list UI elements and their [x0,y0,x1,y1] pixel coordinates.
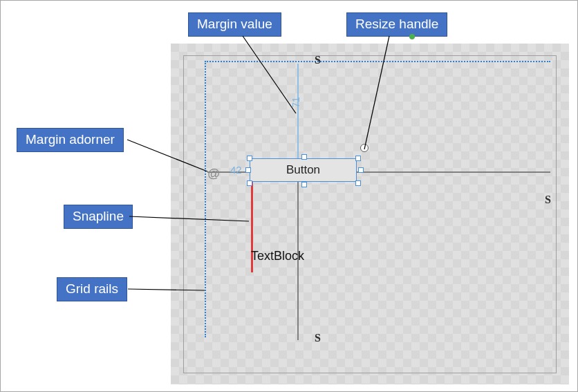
margin-value-left: 42 [230,164,242,176]
resize-handle-sw[interactable] [247,180,252,186]
designer-textblock[interactable]: TextBlock [251,249,304,263]
callout-grid-rails: Grid rails [57,277,127,301]
column-splitter-bottom[interactable]: S [315,332,321,344]
margin-value-top: 71 [290,97,301,108]
resize-handle-w[interactable] [245,167,251,173]
callout-margin-adorner: Margin adorner [17,128,124,152]
grid-rail-vertical[interactable] [205,61,206,337]
resize-handle-ne[interactable] [355,156,361,161]
row-splitter-right[interactable]: S [545,194,551,206]
resize-handle-e[interactable] [358,167,364,173]
resize-handle-n[interactable] [301,154,307,160]
callout-margin-value: Margin value [188,12,281,37]
callout-resize-handle: Resize handle [346,12,447,37]
margin-line-top [297,64,299,159]
artboard-border [183,55,557,373]
callout-snapline: Snapline [64,205,133,229]
resize-handle-nw[interactable] [247,156,252,161]
column-splitter-top[interactable]: S [315,54,321,66]
resize-handle-s[interactable] [301,182,307,187]
designer-button[interactable]: Button [250,158,357,182]
resize-handle-se[interactable] [355,180,361,186]
margin-adorner-icon[interactable]: @ [207,167,220,181]
grid-rail-horizontal[interactable] [205,61,550,62]
rotate-handle[interactable] [360,144,369,152]
